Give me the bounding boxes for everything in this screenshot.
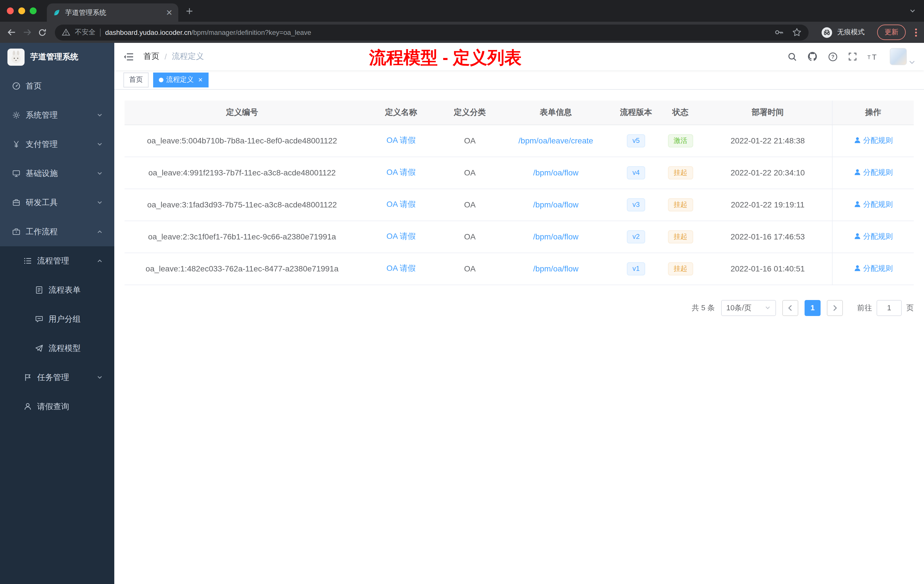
assign-rule-link[interactable]: 分配规则 — [853, 231, 893, 242]
definition-name-link[interactable]: OA 请假 — [386, 231, 416, 241]
github-icon[interactable] — [807, 51, 818, 62]
window-minimize-button[interactable] — [18, 7, 25, 14]
form-info-link[interactable]: /bpm/oa/flow — [533, 232, 579, 241]
hamburger-icon[interactable] — [124, 52, 134, 61]
browser-toolbar: 不安全 dashboard.yudao.iocoder.cn/bpm/manag… — [0, 22, 924, 43]
form-info-link[interactable]: /bpm/oa/flow — [533, 200, 579, 209]
sidebar-menu: 首页系统管理支付管理基础设施研发工具工作流程流程管理流程表单用户分组流程模型任务… — [0, 71, 114, 421]
person-icon — [23, 402, 32, 411]
chevron-down-icon — [765, 305, 771, 311]
assign-rule-link[interactable]: 分配规则 — [853, 200, 893, 210]
sidebar-item-process-management[interactable]: 流程管理 — [0, 246, 114, 276]
form-info-link[interactable]: /bpm/oa/flow — [533, 168, 579, 177]
sidebar-item-process-model[interactable]: 流程模型 — [0, 334, 114, 363]
browser-tab[interactable]: 芋道管理系统 ✕ — [47, 3, 178, 22]
address-bar[interactable]: 不安全 dashboard.yudao.iocoder.cn/bpm/manag… — [55, 24, 808, 40]
app-logo-avatar — [7, 49, 25, 66]
sidebar-item-infrastructure[interactable]: 基础设施 — [0, 159, 114, 188]
forward-icon[interactable] — [22, 27, 32, 37]
tab-search-chevron-icon[interactable] — [909, 7, 924, 14]
version-tag: v3 — [627, 198, 645, 211]
sidebar-item-home[interactable]: 首页 — [0, 71, 114, 101]
table-header-row: 定义编号定义名称定义分类表单信息流程版本状态部署时间操作 — [125, 101, 914, 125]
status-badge: 挂起 — [668, 198, 693, 211]
sidebar: 芋道管理系统 首页系统管理支付管理基础设施研发工具工作流程流程管理流程表单用户分… — [0, 43, 114, 584]
tab-close-icon[interactable]: ✕ — [166, 8, 173, 16]
assign-rule-link[interactable]: 分配规则 — [853, 264, 893, 274]
tag-process-definition[interactable]: 流程定义 × — [153, 72, 208, 87]
breadcrumb-home[interactable]: 首页 — [144, 51, 159, 62]
version-tag: v2 — [627, 230, 645, 243]
password-key-icon[interactable] — [774, 27, 784, 37]
tag-home[interactable]: 首页 — [124, 72, 148, 87]
sidebar-item-workflow[interactable]: 工作流程 — [0, 217, 114, 246]
assign-rule-link[interactable]: 分配规则 — [853, 167, 893, 178]
new-tab-button[interactable] — [185, 7, 194, 15]
definition-table: 定义编号定义名称定义分类表单信息流程版本状态部署时间操作 oa_leave:5:… — [125, 101, 914, 285]
fullscreen-icon[interactable] — [848, 52, 857, 61]
column-header-5: 流程版本 — [615, 101, 657, 125]
definition-name-link[interactable]: OA 请假 — [386, 135, 416, 145]
dashboard-icon — [12, 82, 21, 90]
incognito-icon — [821, 26, 833, 38]
assign-rule-label: 分配规则 — [863, 167, 893, 178]
tag-close-icon[interactable]: × — [198, 76, 203, 83]
yen-icon — [12, 140, 21, 148]
sidebar-item-system-management[interactable]: 系统管理 — [0, 101, 114, 130]
search-icon[interactable] — [787, 52, 797, 61]
sidebar-item-label: 流程管理 — [37, 256, 69, 266]
pagination-total: 共 5 条 — [692, 303, 715, 313]
window-maximize-button[interactable] — [30, 7, 36, 14]
active-tag-dot — [159, 78, 163, 82]
page-1-button[interactable]: 1 — [805, 300, 820, 316]
deploy-time: 2022-01-22 20:34:10 — [731, 168, 805, 177]
task-icon — [23, 373, 32, 382]
app-title: 芋道管理系统 — [30, 52, 78, 62]
user-avatar-menu[interactable] — [890, 48, 915, 65]
definition-name-link[interactable]: OA 请假 — [386, 200, 416, 209]
sidebar-item-leave-query[interactable]: 请假查询 — [0, 392, 114, 421]
usergroup-icon — [34, 315, 43, 323]
help-question-icon[interactable]: ? — [828, 52, 838, 61]
infrastructure-icon — [12, 169, 21, 178]
sidebar-item-dev-tools[interactable]: 研发工具 — [0, 188, 114, 217]
prev-page-button[interactable] — [782, 300, 798, 316]
person-icon — [853, 233, 861, 240]
form-icon — [34, 286, 43, 294]
table-row: oa_leave:2:3c1f0ef1-76b1-11ec-9c66-a2380… — [125, 221, 914, 252]
definition-name-link[interactable]: OA 请假 — [386, 264, 416, 272]
sidebar-item-user-group[interactable]: 用户分组 — [0, 305, 114, 334]
assign-rule-label: 分配规则 — [863, 231, 893, 242]
sidebar-item-label: 基础设施 — [26, 168, 58, 178]
assign-rule-link[interactable]: 分配规则 — [853, 135, 893, 146]
definition-category: OA — [464, 168, 475, 177]
chevron-up-icon — [97, 258, 103, 264]
column-header-3: 定义分类 — [442, 101, 497, 125]
table-row: oa_leave:3:1fad3d93-7b75-11ec-a3c8-acde4… — [125, 188, 914, 221]
sidebar-item-task-management[interactable]: 任务管理 — [0, 363, 114, 392]
bookmark-star-icon[interactable] — [792, 27, 802, 37]
breadcrumb-separator: / — [165, 52, 167, 61]
font-size-icon[interactable]: TT — [868, 52, 879, 61]
sidebar-item-process-form[interactable]: 流程表单 — [0, 276, 114, 305]
page-size-select[interactable]: 10条/页 — [721, 300, 776, 316]
deploy-time: 2022-01-16 01:40:51 — [731, 264, 805, 273]
sidebar-item-label: 系统管理 — [26, 110, 58, 120]
sidebar-logo[interactable]: 芋道管理系统 — [0, 43, 114, 71]
assign-rule-label: 分配规则 — [863, 264, 893, 274]
security-label: 不安全 — [75, 27, 96, 37]
definition-name-link[interactable]: OA 请假 — [386, 167, 416, 177]
window-close-button[interactable] — [7, 7, 14, 14]
goto-page-input[interactable] — [876, 300, 902, 316]
definition-id: oa_leave:4:991f2193-7b7f-11ec-a3c8-acde4… — [148, 168, 336, 177]
back-icon[interactable] — [7, 27, 16, 37]
browser-menu-kebab-icon[interactable] — [915, 28, 917, 37]
form-info-link[interactable]: /bpm/oa/flow — [533, 264, 579, 273]
reload-icon[interactable] — [38, 28, 47, 37]
column-header-7: 部署时间 — [703, 101, 832, 125]
form-info-link[interactable]: /bpm/oa/leave/create — [518, 136, 594, 145]
next-page-button[interactable] — [827, 300, 843, 316]
url-path: /bpm/manager/definition?key=oa_leave — [191, 28, 312, 36]
sidebar-item-payment-management[interactable]: 支付管理 — [0, 130, 114, 159]
browser-update-button[interactable]: 更新 — [877, 25, 906, 40]
